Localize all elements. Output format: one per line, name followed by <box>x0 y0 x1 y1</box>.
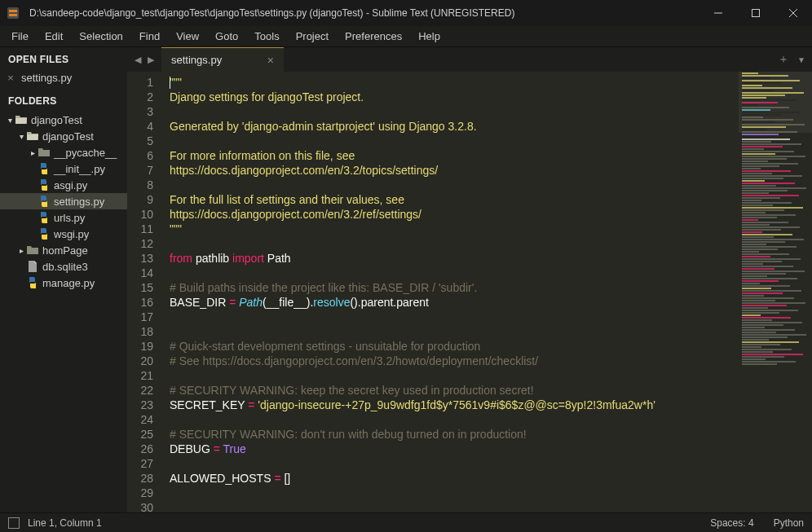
tree-folder[interactable]: ▸__pycache__ <box>0 144 127 160</box>
line-gutter[interactable]: 1234567891011121314151617181920212223242… <box>127 72 161 512</box>
menu-tools[interactable]: Tools <box>246 28 287 45</box>
tree-folder[interactable]: ▸homPage <box>0 242 127 258</box>
line-number[interactable]: 3 <box>127 104 153 119</box>
line-number[interactable]: 15 <box>127 280 153 295</box>
menu-project[interactable]: Project <box>288 28 337 45</box>
tab-prev-icon[interactable]: ◀ <box>132 55 143 65</box>
code-line[interactable]: # SECURITY WARNING: keep the secret key … <box>170 383 739 398</box>
panel-switcher-icon[interactable] <box>8 517 20 529</box>
syntax-status[interactable]: Python <box>774 517 804 529</box>
line-number[interactable]: 16 <box>127 295 153 310</box>
line-number[interactable]: 17 <box>127 310 153 324</box>
tab-close-icon[interactable]: × <box>258 54 274 67</box>
code-line[interactable] <box>170 134 739 148</box>
line-number[interactable]: 20 <box>127 354 153 368</box>
code-line[interactable] <box>170 236 739 251</box>
line-number[interactable]: 11 <box>127 222 153 236</box>
line-number[interactable]: 30 <box>127 500 153 512</box>
disclosure-arrow-icon[interactable]: ▸ <box>28 148 38 157</box>
code-line[interactable]: ALLOWED_HOSTS = [] <box>170 471 739 486</box>
menu-help[interactable]: Help <box>410 28 448 45</box>
cursor-position[interactable]: Line 1, Column 1 <box>28 517 102 529</box>
disclosure-arrow-icon[interactable]: ▾ <box>16 132 26 141</box>
code-line[interactable]: # See https://docs.djangoproject.com/en/… <box>170 354 739 368</box>
tree-file[interactable]: urls.py <box>0 209 127 226</box>
code-line[interactable]: SECRET_KEY = 'django-insecure-+27p_9u9wd… <box>170 398 739 412</box>
code-line[interactable] <box>170 310 739 324</box>
code-line[interactable]: https://docs.djangoproject.com/en/3.2/to… <box>170 163 739 178</box>
menu-selection[interactable]: Selection <box>71 28 130 45</box>
line-number[interactable]: 4 <box>127 119 153 134</box>
line-number[interactable]: 19 <box>127 339 153 354</box>
code-line[interactable] <box>170 266 739 280</box>
menu-edit[interactable]: Edit <box>37 28 71 45</box>
line-number[interactable]: 1 <box>127 75 153 90</box>
tab[interactable]: settings.py× <box>161 47 284 72</box>
code-line[interactable]: # SECURITY WARNING: don't run with debug… <box>170 427 739 442</box>
tree-folder[interactable]: ▾djangoTest <box>0 128 127 144</box>
code-line[interactable]: Django settings for djangoTest project. <box>170 90 739 104</box>
line-number[interactable]: 22 <box>127 383 153 398</box>
maximize-button[interactable] <box>737 0 774 26</box>
line-number[interactable]: 18 <box>127 324 153 339</box>
new-tab-icon[interactable]: ＋ <box>778 52 789 67</box>
line-number[interactable]: 23 <box>127 398 153 412</box>
line-number[interactable]: 10 <box>127 207 153 222</box>
code-line[interactable] <box>170 104 739 119</box>
tree-file[interactable]: db.sqlite3 <box>0 258 127 275</box>
code-line[interactable]: """ <box>170 75 739 90</box>
line-number[interactable]: 27 <box>127 456 153 471</box>
line-number[interactable]: 24 <box>127 412 153 427</box>
code-line[interactable] <box>170 324 739 339</box>
menu-file[interactable]: File <box>3 28 37 45</box>
code-line[interactable] <box>170 412 739 427</box>
code-line[interactable]: DEBUG = True <box>170 442 739 456</box>
minimize-button[interactable] <box>699 0 737 26</box>
title-bar[interactable]: D:\sandeep-code\django_test\djangoTest\d… <box>0 0 812 26</box>
menu-preferences[interactable]: Preferences <box>337 28 410 45</box>
disclosure-arrow-icon[interactable]: ▾ <box>5 116 15 125</box>
line-number[interactable]: 7 <box>127 163 153 178</box>
line-number[interactable]: 8 <box>127 178 153 192</box>
menu-find[interactable]: Find <box>131 28 168 45</box>
line-number[interactable]: 9 <box>127 192 153 207</box>
tree-file[interactable]: __init__.py <box>0 160 127 177</box>
close-icon[interactable]: × <box>5 72 16 84</box>
code-line[interactable]: For more information on this file, see <box>170 148 739 163</box>
code-line[interactable]: from pathlib import Path <box>170 251 739 266</box>
indent-status[interactable]: Spaces: 4 <box>710 517 753 529</box>
tab-menu-icon[interactable]: ▼ <box>797 55 805 64</box>
line-number[interactable]: 28 <box>127 471 153 486</box>
close-button[interactable] <box>774 0 812 26</box>
line-number[interactable]: 21 <box>127 368 153 383</box>
code-line[interactable]: # Quick-start development settings - uns… <box>170 339 739 354</box>
code-line[interactable]: BASE_DIR = Path(__file__).resolve().pare… <box>170 295 739 310</box>
line-number[interactable]: 6 <box>127 148 153 163</box>
tree-folder[interactable]: ▾djangoTest <box>0 112 127 128</box>
line-number[interactable]: 5 <box>127 134 153 148</box>
line-number[interactable]: 14 <box>127 266 153 280</box>
line-number[interactable]: 25 <box>127 427 153 442</box>
code-line[interactable]: Generated by 'django-admin startproject'… <box>170 119 739 134</box>
code-line[interactable] <box>170 178 739 192</box>
tree-file[interactable]: manage.py <box>0 275 127 291</box>
code-line[interactable] <box>170 368 739 383</box>
code-line[interactable] <box>170 486 739 500</box>
menu-goto[interactable]: Goto <box>207 28 246 45</box>
minimap[interactable] <box>739 72 812 512</box>
code-line[interactable]: # Build paths inside the project like th… <box>170 280 739 295</box>
menu-view[interactable]: View <box>168 28 207 45</box>
line-number[interactable]: 29 <box>127 486 153 500</box>
tree-file[interactable]: asgi.py <box>0 177 127 193</box>
line-number[interactable]: 12 <box>127 236 153 251</box>
code-line[interactable] <box>170 500 739 512</box>
code-editor[interactable]: """Django settings for djangoTest projec… <box>161 72 739 512</box>
open-file[interactable]: ×settings.py <box>0 70 127 89</box>
code-line[interactable]: https://docs.djangoproject.com/en/3.2/re… <box>170 207 739 222</box>
line-number[interactable]: 13 <box>127 251 153 266</box>
tab-next-icon[interactable]: ▶ <box>145 55 157 65</box>
line-number[interactable]: 26 <box>127 442 153 456</box>
tree-file[interactable]: settings.py <box>0 193 127 209</box>
disclosure-arrow-icon[interactable]: ▸ <box>16 246 26 255</box>
code-line[interactable]: For the full list of settings and their … <box>170 192 739 207</box>
